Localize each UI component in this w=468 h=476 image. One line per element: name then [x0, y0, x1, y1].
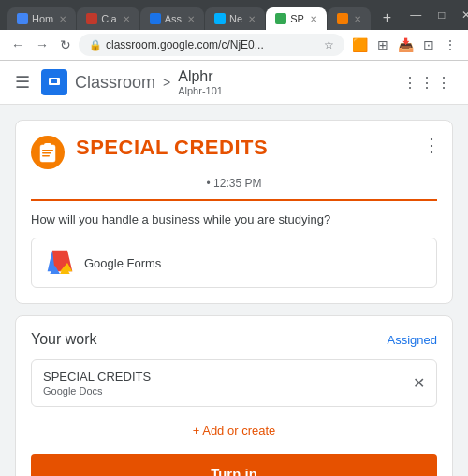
tab-label-classroom: Cla	[101, 13, 117, 24]
doc-type: Google Docs	[43, 385, 151, 397]
classroom-logo-letter	[46, 73, 63, 93]
add-or-create-button[interactable]: + Add or create	[31, 416, 437, 445]
tab-assignment[interactable]: Ass ✕	[140, 7, 204, 30]
tab-special-credits[interactable]: SP ✕	[266, 7, 327, 30]
breadcrumb: Alphr Alphr-101	[178, 68, 223, 96]
menu-icon[interactable]: ☰	[11, 68, 34, 96]
tab-bar: Hom ✕ Cla ✕ Ass ✕ Ne ✕	[0, 0, 468, 30]
main-content: SPECIAL CREDITS ⋮ • 12:35 PM How will yo…	[0, 105, 468, 476]
work-title: Your work	[31, 331, 97, 348]
tab-favicon-assignment	[150, 13, 161, 24]
tab-close-news[interactable]: ✕	[248, 14, 256, 24]
tab-label-special: SP	[290, 13, 304, 24]
tab-close-home[interactable]: ✕	[59, 14, 66, 24]
tab-close-special[interactable]: ✕	[310, 14, 317, 24]
tab-label-home: Hom	[32, 13, 53, 24]
breadcrumb-separator: >	[163, 75, 170, 90]
course-name: Alphr	[178, 68, 223, 85]
tab-extra[interactable]: ✕	[328, 7, 371, 30]
classroom-app-name: Classroom	[75, 73, 155, 93]
tab-news[interactable]: Ne ✕	[205, 7, 265, 30]
svg-rect-6	[42, 152, 51, 154]
assignment-title-row: SPECIAL CREDITS	[31, 136, 437, 169]
maximize-button[interactable]: □	[431, 0, 452, 30]
url-text: classroom.google.com/c/NjE0...	[106, 38, 320, 51]
classroom-header: ☰ Classroom > Alphr Alphr-101 ⋮⋮⋮	[0, 61, 468, 105]
tab-classroom[interactable]: Cla ✕	[77, 7, 139, 30]
minimize-button[interactable]: —	[402, 0, 429, 30]
assignment-title: SPECIAL CREDITS	[76, 136, 268, 160]
extension-icon-2[interactable]: ⊞	[373, 34, 392, 56]
assignment-card: SPECIAL CREDITS ⋮ • 12:35 PM How will yo…	[15, 120, 453, 304]
tab-home[interactable]: Hom ✕	[7, 7, 76, 30]
more-options-icon[interactable]: ⋮	[440, 34, 461, 56]
reload-button[interactable]: ↻	[56, 34, 75, 56]
svg-rect-2	[51, 79, 57, 83]
url-input[interactable]: 🔒 classroom.google.com/c/NjE0... ☆	[79, 34, 344, 56]
attachment-label: Google Forms	[84, 256, 161, 270]
work-header: Your work Assigned	[31, 331, 437, 348]
extension-icon-1[interactable]: 🟧	[348, 34, 372, 56]
tab-label-assignment: Ass	[165, 13, 182, 24]
forward-button[interactable]: →	[32, 34, 52, 56]
orange-divider	[31, 199, 437, 201]
work-card: Your work Assigned SPECIAL CREDITS Googl…	[15, 315, 453, 476]
doc-item: SPECIAL CREDITS Google Docs ✕	[31, 359, 437, 407]
svg-rect-5	[42, 150, 53, 151]
window-controls: — □ ✕	[399, 0, 468, 30]
tab-close-classroom[interactable]: ✕	[123, 14, 130, 24]
classroom-logo	[41, 69, 67, 95]
classroom-icon-svg	[46, 73, 63, 90]
tab-favicon-classroom	[86, 13, 97, 24]
drive-icon	[45, 248, 75, 278]
back-button[interactable]: ←	[7, 34, 28, 56]
toolbar-icons: 🟧 ⊞ 📥 ⊡ ⋮	[348, 34, 461, 56]
svg-rect-4	[44, 143, 51, 147]
tab-label-news: Ne	[229, 13, 242, 24]
assignment-icon	[31, 136, 65, 169]
tab-favicon-special	[275, 13, 286, 24]
lock-icon: 🔒	[89, 39, 102, 51]
tab-favicon-news	[214, 13, 226, 24]
assigned-badge: Assigned	[388, 333, 437, 347]
tab-favicon-home	[17, 13, 28, 24]
attachment-box[interactable]: Google Forms	[31, 238, 437, 288]
new-tab-button[interactable]: +	[375, 6, 399, 30]
close-button[interactable]: ✕	[454, 0, 468, 30]
assignment-timestamp: • 12:35 PM	[31, 177, 437, 190]
doc-info: SPECIAL CREDITS Google Docs	[43, 369, 151, 397]
extension-icon-3[interactable]: 📥	[394, 34, 417, 56]
address-bar: ← → ↻ 🔒 classroom.google.com/c/NjE0... ☆…	[0, 30, 468, 61]
doc-close-icon[interactable]: ✕	[413, 374, 425, 392]
tab-favicon-extra	[337, 13, 348, 24]
apps-grid-icon[interactable]: ⋮⋮⋮	[399, 70, 457, 95]
turn-in-button[interactable]: Turn in	[31, 454, 437, 476]
bookmark-icon: ☆	[324, 38, 334, 51]
clipboard-icon-svg	[38, 142, 57, 163]
doc-name: SPECIAL CREDITS	[43, 369, 151, 383]
assignment-question: How will you handle a business while you…	[31, 212, 437, 226]
course-sub: Alphr-101	[178, 85, 223, 96]
tab-close-extra[interactable]: ✕	[354, 14, 361, 24]
browser-window: Hom ✕ Cla ✕ Ass ✕ Ne ✕	[0, 0, 468, 61]
tab-close-assignment[interactable]: ✕	[187, 14, 195, 24]
assignment-more-icon[interactable]: ⋮	[422, 134, 441, 156]
svg-rect-7	[42, 155, 50, 157]
profile-icon[interactable]: ⊡	[419, 34, 438, 56]
